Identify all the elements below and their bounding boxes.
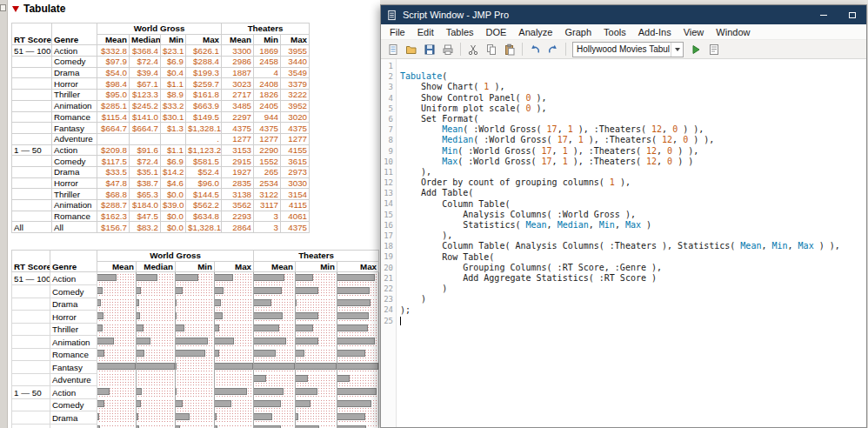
value-cell: 2458	[254, 57, 281, 68]
chevron-down-icon[interactable]	[671, 43, 683, 57]
code-line[interactable]: )	[400, 284, 866, 294]
cut-icon[interactable]	[464, 41, 482, 58]
undo-icon[interactable]	[526, 41, 544, 58]
bar	[337, 375, 350, 382]
code-line[interactable]: ),	[400, 231, 866, 241]
bar	[97, 312, 103, 319]
plot-area	[296, 338, 337, 349]
code-line[interactable]: Set Format(	[400, 114, 866, 124]
menu-item-window[interactable]: Window	[710, 26, 756, 38]
value-cell: $1.1	[161, 144, 186, 156]
red-triangle-menu-icon[interactable]	[12, 6, 19, 12]
plot-cell	[337, 298, 379, 311]
code-line[interactable]: Uniform plot scale( 0 ),	[400, 104, 866, 114]
plot-cell	[137, 348, 176, 361]
run-script-icon[interactable]	[687, 41, 704, 58]
titlebar[interactable]: Script Window - JMP Pro	[381, 5, 866, 24]
code-line[interactable]: Show Chart( 1 ),	[400, 82, 866, 92]
value-cell: 1552	[254, 156, 281, 167]
code-line[interactable]: Order by count of grouping columns( 1 ),	[400, 177, 866, 188]
code-line[interactable]	[400, 61, 866, 71]
redo-icon[interactable]	[544, 41, 562, 58]
group-header-theaters: Theaters	[222, 23, 310, 35]
value-cell: 1869	[254, 45, 281, 57]
code-line[interactable]: Min( :World Gross( 17, 1 ), :Theaters( 1…	[400, 146, 866, 157]
bar	[97, 350, 104, 357]
code-line[interactable]	[400, 316, 866, 326]
line-number: 2	[381, 71, 393, 82]
code-line[interactable]: Analysis Columns( :World Gross ),	[400, 210, 866, 220]
rt-score-cell	[12, 90, 52, 101]
genre-cell: Animation	[52, 100, 97, 111]
log-icon[interactable]	[705, 41, 723, 58]
code-line[interactable]: Add Table(	[400, 188, 866, 198]
line-number: 10	[381, 157, 393, 167]
maximize-button[interactable]	[838, 5, 866, 24]
plot-cell	[97, 348, 137, 361]
menu-item-tools[interactable]: Tools	[598, 26, 632, 38]
chart-row: Animation	[12, 336, 379, 349]
value-cell: $562.2	[186, 200, 222, 211]
code-line[interactable]: Row Table(	[400, 252, 866, 263]
chart-col-header-wg-max: Max	[215, 261, 254, 272]
menu-item-view[interactable]: View	[678, 26, 711, 38]
line-number: 12	[381, 177, 393, 188]
plot-area	[176, 374, 214, 385]
plot-cell	[137, 373, 176, 386]
copy-icon[interactable]	[483, 41, 500, 58]
open-icon[interactable]	[403, 41, 420, 58]
save-icon[interactable]	[421, 41, 438, 58]
chart-row: Drama	[12, 298, 379, 311]
value-cell: $288.7	[97, 200, 130, 211]
bar	[215, 324, 219, 331]
bar	[176, 312, 177, 319]
menu-item-tables[interactable]: Tables	[440, 26, 480, 38]
table-row: AllAll$156.7$83.2$0.0$1,328.1286434375	[12, 222, 310, 233]
menu-item-graph[interactable]: Graph	[558, 26, 598, 38]
new-script-icon[interactable]	[384, 41, 402, 58]
code-line[interactable]: ),	[400, 167, 866, 177]
menu-item-add-ins[interactable]: Add-Ins	[632, 26, 678, 38]
table-row: Adventure.127712771277	[12, 133, 310, 144]
code-line[interactable]: Tabulate(	[400, 71, 866, 82]
minimize-button[interactable]	[809, 5, 838, 24]
rt-score-cell	[12, 373, 50, 386]
rt-score-cell	[12, 285, 50, 298]
dock-handle[interactable]	[0, 4, 6, 11]
menu-item-file[interactable]: File	[384, 26, 411, 38]
bar	[97, 363, 136, 370]
code-line[interactable]: Show Control Panel( 0 ),	[400, 93, 866, 104]
plot-cell	[97, 311, 137, 324]
code-line[interactable]: Max( :World Gross( 17, 1 ), :Theaters( 1…	[400, 157, 866, 167]
bar	[337, 274, 374, 281]
value-cell: $626.1	[186, 45, 222, 57]
table-row: Drama$33.5$35.1$14.2$52.419272652973	[12, 166, 310, 177]
code-line[interactable]: Add Aggregate Statistics( :RT Score )	[400, 273, 866, 284]
menu-item-doe[interactable]: DOE	[480, 26, 513, 38]
print-icon[interactable]	[439, 41, 457, 58]
menu-item-edit[interactable]: Edit	[411, 26, 440, 38]
code-line[interactable]: Mean( :World Gross( 17, 1 ), :Theaters( …	[400, 124, 866, 135]
genre-cell: Horror	[52, 177, 97, 189]
chart-table-body: 51 — 100ActionComedyDramaHorrorThrillerA…	[12, 272, 379, 428]
value-cell: 2717	[222, 90, 254, 101]
code-line[interactable]: );	[400, 305, 866, 316]
code-line[interactable]: Column Table( Analysis Columns( :Theater…	[400, 241, 866, 251]
code-line[interactable]: Statistics( Mean, Median, Min, Max )	[400, 220, 866, 231]
paste-icon[interactable]	[501, 41, 518, 58]
menu-item-analyze[interactable]: Analyze	[512, 26, 558, 38]
code-line[interactable]: Column Table(	[400, 199, 866, 210]
script-editor[interactable]: 1234567891011121314151617181920212223242…	[381, 59, 866, 427]
chart-col-header-wg-mean: Mean	[97, 261, 137, 272]
code-line[interactable]: )	[400, 294, 866, 304]
code-area[interactable]: Tabulate( Show Chart( 1 ), Show Control …	[397, 59, 866, 427]
stats-table-body: 51 — 100Action$332.8$368.4$23.1$626.1330…	[12, 45, 310, 233]
value-cell: $98.4	[97, 78, 130, 90]
bar	[215, 312, 223, 319]
plot-cell	[137, 386, 176, 399]
col-header-wg-min: Min	[161, 34, 186, 45]
code-line[interactable]: Median( :World Gross( 17, 1 ), :Theaters…	[400, 135, 866, 145]
code-line[interactable]: Grouping Columns( :RT Score, :Genre ),	[400, 263, 866, 273]
data-table-selector[interactable]: Hollywood Movies Tabul	[572, 42, 684, 57]
plot-cell	[137, 336, 176, 349]
